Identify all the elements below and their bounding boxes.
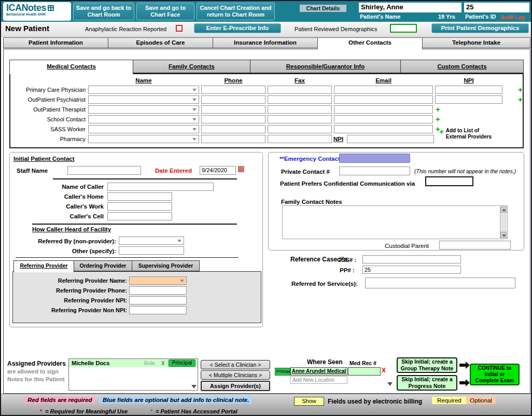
callers-work-field[interactable] — [107, 202, 172, 211]
show-button[interactable]: Show — [294, 397, 324, 406]
continue-button[interactable]: CONTINUE to Initial or Complete Exam — [470, 364, 520, 385]
patient-id-field[interactable]: 25 — [464, 3, 529, 12]
name-of-caller-field[interactable] — [107, 183, 214, 191]
private-contact-field[interactable] — [339, 167, 410, 175]
add-provider-icon[interactable]: + — [436, 105, 440, 113]
contact-email-field[interactable] — [334, 95, 433, 104]
tab-telephone-intake[interactable]: Telephone Intake — [422, 37, 530, 48]
contact-phone-field[interactable] — [201, 86, 265, 94]
eprescribe-button[interactable]: Enter E-Prescribe Info — [194, 23, 281, 33]
save-chart-face-button[interactable]: Save and go to Chart Face — [136, 3, 194, 20]
contact-email-field[interactable] — [334, 105, 433, 114]
add-new-location-field[interactable]: Add New Location — [290, 376, 347, 384]
cancel-chart-button[interactable]: Cancel Chart Creation and return to Char… — [197, 3, 275, 20]
contact-fax-field[interactable] — [268, 105, 332, 114]
scroll-down-icon[interactable] — [500, 232, 507, 238]
add-external-provider-icon[interactable]: + — [439, 128, 444, 140]
tab-medical-contacts[interactable]: Medical Contacts — [9, 60, 133, 74]
contact-fax-field[interactable] — [268, 86, 332, 94]
remove-location-button[interactable]: X — [382, 367, 386, 374]
contact-email-field[interactable] — [334, 86, 433, 94]
contact-name-field[interactable] — [88, 125, 199, 133]
contact-name-field[interactable] — [88, 95, 199, 104]
remove-provider-button[interactable]: X — [161, 360, 165, 366]
other-specify-field[interactable] — [119, 246, 184, 255]
contact-phone-field[interactable] — [201, 105, 265, 114]
date-entered-field[interactable]: 9/24/2020 — [200, 166, 236, 175]
select-clinician-button[interactable]: < Select a Clinician > — [201, 360, 270, 369]
contact-fax-field[interactable] — [268, 135, 332, 143]
add-provider-icon[interactable]: + — [518, 86, 523, 93]
tab-family-contacts[interactable]: Family Contacts — [133, 60, 250, 73]
tab-supervising-provider[interactable]: Supervising Provider — [132, 260, 200, 271]
multiple-clinicians-button[interactable]: < Multiple Clinicians > — [201, 370, 270, 380]
med-rec-label: Med Rec # — [349, 360, 376, 366]
contact-phone-field[interactable] — [201, 115, 265, 123]
provider-role-label[interactable]: Role — [144, 360, 155, 366]
contact-name-field[interactable] — [88, 105, 199, 114]
print-demographics-button[interactable]: Print Patient Demographics — [431, 23, 529, 33]
provider-list-dropdown-icon[interactable] — [191, 385, 197, 389]
contact-name-field[interactable] — [88, 86, 199, 94]
add-provider-icon[interactable]: + — [436, 115, 440, 123]
scroll-up-icon[interactable] — [500, 206, 507, 213]
referring-npi-field[interactable] — [129, 296, 187, 304]
pharmacy-npi-field[interactable] — [347, 135, 434, 143]
contact-fax-field[interactable] — [268, 95, 332, 104]
family-notes-textarea[interactable] — [282, 205, 508, 239]
pp-field[interactable]: 25 — [362, 266, 461, 274]
tab-insurance-information[interactable]: Insurance Information — [213, 37, 318, 48]
calendar-icon[interactable]: ▦ — [237, 164, 245, 173]
principal-badge[interactable]: Principal — [169, 359, 195, 367]
callers-cell-field[interactable] — [107, 212, 172, 220]
tab-responsible-guarantor[interactable]: Responsible/Guarantor Info — [250, 60, 401, 73]
reviewed-demographics-field[interactable] — [390, 24, 417, 33]
contact-fax-field[interactable] — [268, 125, 332, 133]
patient-name-field[interactable]: Shirley, Anne — [359, 3, 461, 12]
tab-patient-information[interactable]: Patient Information — [3, 37, 108, 48]
reviewed-demographics-label: Patient Reviewed Demographics — [295, 26, 377, 32]
add-to-external-list[interactable]: + Add to List of External Providers — [439, 128, 507, 140]
callers-home-field[interactable] — [107, 192, 172, 201]
confidential-dropdown[interactable] — [425, 176, 473, 186]
tab-other-contacts[interactable]: Other Contacts — [317, 37, 423, 49]
staff-name-field[interactable] — [67, 166, 141, 175]
chart-details-button[interactable]: Chart Details — [299, 4, 347, 12]
skip-group-note-button[interactable]: Skip Initial; create a Group Therapy Not… — [397, 357, 457, 373]
row-label: OutPatient Therapist — [10, 106, 86, 113]
contact-email-field[interactable] — [334, 115, 433, 123]
custodial-parent-field[interactable] — [439, 241, 511, 249]
contact-email-field[interactable] — [334, 125, 433, 133]
tab-ordering-provider[interactable]: Ordering Provider — [74, 260, 132, 271]
tab-episodes-of-care[interactable]: Episodes of Care — [108, 37, 213, 48]
css-field[interactable] — [362, 255, 461, 264]
location-link[interactable]: Anne Arundel Medical — [290, 367, 347, 376]
other-specify-label: Other (specify): — [17, 248, 116, 254]
save-back-button[interactable]: Save and go back to Chart Room — [73, 3, 134, 20]
assign-providers-button[interactable]: Assign Provider(s) — [201, 381, 270, 391]
scrollbar[interactable] — [500, 206, 507, 238]
contact-npi-field[interactable] — [435, 95, 502, 104]
skip-progress-note-button[interactable]: Skip Initial; create a Progress Note — [397, 375, 457, 391]
audit-log-link[interactable]: Audit Log — [500, 15, 525, 20]
logo-subtitle: Behavioral Health EHR — [6, 12, 68, 16]
anaphylactic-checkbox[interactable] — [176, 25, 183, 32]
contact-phone-field[interactable] — [201, 125, 265, 133]
referring-phone-field[interactable] — [129, 286, 187, 295]
referring-non-npi-field[interactable] — [129, 306, 187, 314]
tab-referring-provider[interactable]: Referring Provider — [13, 260, 74, 272]
referred-service-field[interactable] — [365, 278, 515, 288]
emergency-contact-field[interactable] — [339, 154, 410, 163]
contact-npi-field[interactable] — [435, 86, 502, 94]
contact-name-field[interactable] — [88, 115, 199, 123]
contact-name-field[interactable] — [88, 135, 199, 143]
where-seen-dropdown-icon[interactable] — [387, 382, 393, 386]
add-provider-icon[interactable]: + — [518, 95, 523, 103]
contact-phone-field[interactable] — [201, 95, 265, 104]
contact-fax-field[interactable] — [268, 115, 332, 123]
contact-phone-field[interactable] — [201, 135, 265, 143]
tab-custom-contacts[interactable]: Custom Contacts — [400, 60, 524, 73]
med-rec-field[interactable] — [348, 367, 381, 376]
referring-name-field[interactable] — [129, 276, 187, 285]
referred-by-dropdown[interactable] — [119, 237, 184, 245]
